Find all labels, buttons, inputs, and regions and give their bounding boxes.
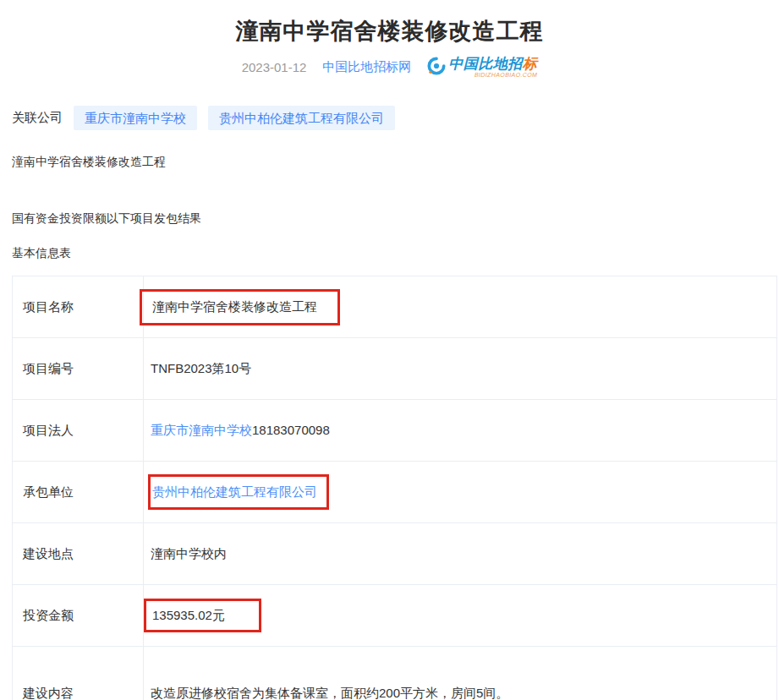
logo-swirl-icon bbox=[427, 57, 446, 75]
investment-value: 135935.02元 bbox=[152, 608, 225, 624]
project-title-line: 潼南中学宿舍楼装修改造工程 bbox=[12, 153, 779, 170]
table-row-investment: 投资金额 135935.02元 bbox=[13, 585, 777, 647]
location-value: 潼南中学校内 bbox=[144, 523, 777, 585]
page-title: 潼南中学宿舍楼装修改造工程 bbox=[0, 0, 779, 46]
row-label: 建设内容 bbox=[13, 647, 144, 700]
highlight-box-project-name: 潼南中学宿舍楼装修改造工程 bbox=[140, 289, 340, 325]
highlight-box-contractor: 贵州中柏伦建筑工程有限公司 bbox=[148, 474, 329, 510]
row-label: 投资金额 bbox=[13, 585, 144, 647]
row-label: 项目法人 bbox=[13, 400, 144, 462]
article-meta: 2023-01-12 中国比地招标网 中国比地招标 BIDIZHAOBIAO.C… bbox=[0, 57, 779, 78]
related-companies-label: 关联公司 bbox=[12, 110, 63, 126]
logo-domain-text: BIDIZHAOBIAO.COM bbox=[448, 72, 537, 78]
table-row-project-name: 项目名称 潼南中学宿舍楼装修改造工程 bbox=[13, 276, 777, 338]
company-tag-chongqing-tongnan-school[interactable]: 重庆市潼南中学校 bbox=[74, 106, 197, 130]
site-logo: 中国比地招标 BIDIZHAOBIAO.COM bbox=[427, 57, 537, 78]
basic-info-table-title: 基本信息表 bbox=[12, 244, 779, 261]
project-name-value: 潼南中学宿舍楼装修改造工程 bbox=[152, 299, 317, 315]
article-page: 潼南中学宿舍楼装修改造工程 2023-01-12 中国比地招标网 中国比地招标 … bbox=[0, 0, 779, 700]
row-label: 建设地点 bbox=[13, 523, 144, 585]
row-label: 承包单位 bbox=[13, 462, 144, 523]
table-row-construction-content: 建设内容 改造原进修校宿舍为集体备课室，面积约200平方米，房间5间。 bbox=[13, 647, 777, 700]
project-number-value: TNFB2023第10号 bbox=[144, 338, 777, 400]
table-row-location: 建设地点 潼南中学校内 bbox=[13, 523, 777, 585]
related-companies: 关联公司 重庆市潼南中学校 贵州中柏伦建筑工程有限公司 bbox=[12, 106, 779, 130]
result-note-line: 国有资金投资限额以下项目发包结果 bbox=[12, 210, 779, 227]
legal-entity-phone: 18183070098 bbox=[252, 423, 330, 437]
publish-date: 2023-01-12 bbox=[242, 60, 307, 74]
table-row-legal-entity: 项目法人 重庆市潼南中学校18183070098 bbox=[13, 400, 777, 462]
logo-wordmark-orange: 标 bbox=[523, 56, 538, 72]
table-row-project-number: 项目编号 TNFB2023第10号 bbox=[13, 338, 777, 400]
row-label: 项目编号 bbox=[13, 338, 144, 400]
logo-text: 中国比地招标 BIDIZHAOBIAO.COM bbox=[448, 57, 537, 78]
logo-wordmark-blue: 中国比地招 bbox=[448, 56, 523, 72]
highlight-box-investment: 135935.02元 bbox=[144, 599, 261, 632]
row-label: 项目名称 bbox=[13, 276, 144, 338]
contractor-link[interactable]: 贵州中柏伦建筑工程有限公司 bbox=[152, 484, 317, 500]
company-tag-guizhou-zhongbailun[interactable]: 贵州中柏伦建筑工程有限公司 bbox=[208, 106, 395, 130]
legal-entity-link[interactable]: 重庆市潼南中学校 bbox=[151, 423, 252, 437]
construction-content-value: 改造原进修校宿舍为集体备课室，面积约200平方米，房间5间。 bbox=[144, 647, 777, 700]
table-row-contractor: 承包单位 贵州中柏伦建筑工程有限公司 bbox=[13, 462, 777, 523]
logo-wordmark: 中国比地招标 bbox=[448, 57, 537, 71]
source-site-link[interactable]: 中国比地招标网 bbox=[322, 59, 411, 75]
basic-info-table: 项目名称 潼南中学宿舍楼装修改造工程 项目编号 TNFB2023第10号 项目法… bbox=[12, 276, 777, 700]
